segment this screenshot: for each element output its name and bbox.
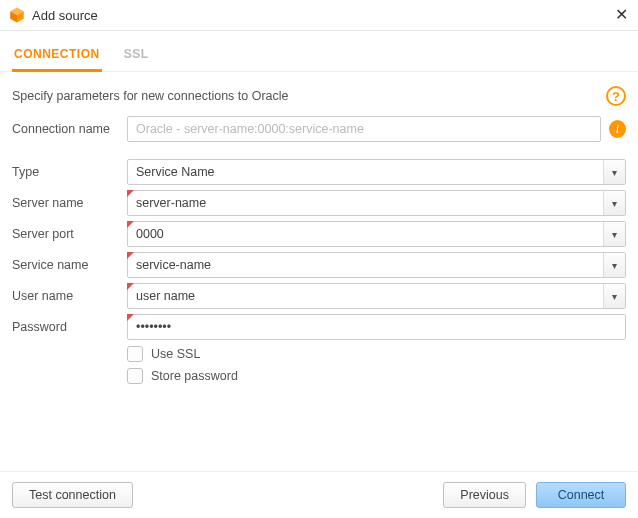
row-store-password: Store password bbox=[127, 368, 626, 384]
row-connection-name: Connection name i bbox=[12, 116, 626, 142]
connect-button[interactable]: Connect bbox=[536, 482, 626, 508]
label-use-ssl: Use SSL bbox=[151, 347, 200, 361]
row-server-port: Server port ▾ bbox=[12, 221, 626, 247]
password-input[interactable] bbox=[127, 314, 626, 340]
use-ssl-checkbox[interactable] bbox=[127, 346, 143, 362]
tab-connection[interactable]: CONNECTION bbox=[12, 41, 102, 71]
store-password-checkbox[interactable] bbox=[127, 368, 143, 384]
row-use-ssl: Use SSL bbox=[127, 346, 626, 362]
close-icon[interactable]: ✕ bbox=[615, 7, 628, 23]
titlebar: Add source ✕ bbox=[0, 0, 638, 31]
cube-icon bbox=[8, 6, 26, 24]
row-user-name: User name ▾ bbox=[12, 283, 626, 309]
label-connection-name: Connection name bbox=[12, 122, 127, 136]
row-server-name: Server name ▾ bbox=[12, 190, 626, 216]
label-server-name: Server name bbox=[12, 196, 127, 210]
server-name-input[interactable] bbox=[127, 190, 626, 216]
row-type: Type ▾ bbox=[12, 159, 626, 185]
label-user-name: User name bbox=[12, 289, 127, 303]
test-connection-button[interactable]: Test connection bbox=[12, 482, 133, 508]
titlebar-left: Add source bbox=[8, 6, 98, 24]
type-select[interactable] bbox=[127, 159, 626, 185]
spec-row: Specify parameters for new connections t… bbox=[12, 86, 626, 106]
content: Specify parameters for new connections t… bbox=[0, 72, 638, 398]
user-name-input[interactable] bbox=[127, 283, 626, 309]
help-icon[interactable]: ? bbox=[606, 86, 626, 106]
footer: Test connection Previous Connect bbox=[0, 471, 638, 518]
row-password: Password bbox=[12, 314, 626, 340]
label-type: Type bbox=[12, 165, 127, 179]
service-name-input[interactable] bbox=[127, 252, 626, 278]
spec-text: Specify parameters for new connections t… bbox=[12, 89, 289, 103]
tab-ssl[interactable]: SSL bbox=[122, 41, 151, 71]
label-server-port: Server port bbox=[12, 227, 127, 241]
connection-name-input[interactable] bbox=[127, 116, 601, 142]
previous-button[interactable]: Previous bbox=[443, 482, 526, 508]
server-port-input[interactable] bbox=[127, 221, 626, 247]
label-password: Password bbox=[12, 320, 127, 334]
info-icon[interactable]: i bbox=[609, 120, 626, 138]
label-service-name: Service name bbox=[12, 258, 127, 272]
row-service-name: Service name ▾ bbox=[12, 252, 626, 278]
tab-bar: CONNECTION SSL bbox=[0, 31, 638, 72]
label-store-password: Store password bbox=[151, 369, 238, 383]
window-title: Add source bbox=[32, 8, 98, 23]
